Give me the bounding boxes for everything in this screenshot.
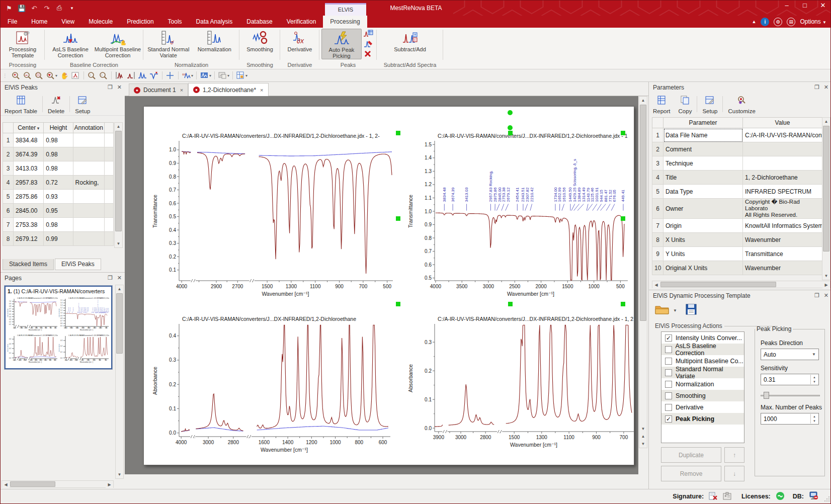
parameter-row[interactable]: 10Original X UnitsWavenumber bbox=[652, 261, 822, 275]
spectrum-chart[interactable]: C:/A-IR-UV-VIS-RAMAN/converters/J...DX-I… bbox=[405, 312, 638, 457]
undo-icon[interactable]: ↶ bbox=[30, 4, 39, 13]
report-table-button[interactable]: Report Table bbox=[1, 93, 41, 115]
document-page[interactable]: C:/A-IR-UV-VIS-RAMAN/converters/J...DX-I… bbox=[143, 106, 634, 465]
spectrum-chart[interactable]: C:/A-IR-UV-VIS-RAMAN/converters/J...DX-I… bbox=[59, 296, 109, 332]
action-item-normalization[interactable]: Normalization bbox=[661, 378, 744, 390]
checkbox-unchecked-icon[interactable] bbox=[665, 346, 672, 353]
menu-view[interactable]: View bbox=[54, 16, 81, 28]
spectrum-chart[interactable]: C:/A-IR-UV-VIS-RAMAN/converters/J...DX-I… bbox=[149, 312, 395, 462]
selection-handle[interactable] bbox=[396, 302, 400, 306]
pan-hand-icon[interactable]: ✋+ bbox=[59, 70, 69, 80]
ribbon-button-processing-template[interactable]: ⚙⚙Processing Template bbox=[3, 29, 43, 58]
peaks-delete-icon[interactable] bbox=[363, 49, 374, 59]
parameters-table[interactable]: ParameterValue1Data File NameC:/A-IR-UV-… bbox=[652, 117, 822, 275]
setup-button[interactable]: Setup bbox=[698, 93, 721, 115]
close-panel-icon[interactable]: ✕ bbox=[824, 292, 828, 299]
overlay-menu-icon[interactable] bbox=[217, 70, 228, 80]
ribbon-button-derivative[interactable]: ∂xDerivative bbox=[282, 29, 317, 52]
ribbon-button-multipoint-baseline-correction[interactable]: ✋Multipoint Baseline Correction bbox=[94, 29, 141, 58]
menu-molecule[interactable]: Molecule bbox=[81, 16, 120, 28]
menu-tools[interactable]: Tools bbox=[161, 16, 189, 28]
peaks-table-row[interactable]: 42957.830.72Rocking, bbox=[3, 176, 114, 190]
menu-verification[interactable]: Verification bbox=[280, 16, 323, 28]
selection-handle[interactable] bbox=[621, 216, 625, 221]
document-tab-2[interactable]: ●1,2-Dichloroethane*× bbox=[188, 83, 269, 96]
db-status-icon[interactable] bbox=[809, 491, 818, 501]
remove-button[interactable]: Remove bbox=[661, 466, 721, 481]
max-peaks-input[interactable]: 1000 ▲▼ bbox=[761, 413, 819, 425]
column-header-height[interactable]: Height bbox=[44, 123, 73, 133]
report-button[interactable]: Report bbox=[649, 93, 675, 115]
spectrum-chart[interactable]: C:/A-IR-UV-VIS-RAMAN/converters/J...DX-I… bbox=[8, 296, 58, 332]
elvis-contextual-tab[interactable]: ELVIS bbox=[325, 3, 366, 16]
action-item-smoothing[interactable]: Smoothing bbox=[661, 390, 744, 401]
rotation-handle[interactable] bbox=[508, 110, 513, 115]
close-panel-icon[interactable]: ✕ bbox=[824, 84, 828, 91]
selection-handle[interactable] bbox=[508, 302, 513, 306]
resize-grip[interactable] bbox=[824, 496, 830, 502]
grid-menu-icon[interactable] bbox=[235, 70, 246, 80]
canvas-scrollbar-vertical[interactable]: ▲ ▼ ▲ ▼ bbox=[639, 96, 647, 448]
scroll-down-icon[interactable]: ▼ bbox=[115, 240, 122, 247]
parameter-row[interactable]: 6OwnerCopyright � Bio-Rad LaboratoAll Ri… bbox=[652, 199, 822, 219]
checkbox-unchecked-icon[interactable] bbox=[665, 404, 672, 411]
parameter-row[interactable]: 3Technique bbox=[652, 156, 822, 171]
spin-down-icon[interactable]: ▼ bbox=[811, 380, 818, 385]
setup-button[interactable]: Setup bbox=[71, 93, 94, 115]
close-tab-icon[interactable]: × bbox=[260, 87, 263, 93]
crosshair-icon[interactable] bbox=[165, 70, 176, 80]
previous-page-icon[interactable]: ▲ bbox=[639, 433, 647, 440]
selection-handle[interactable] bbox=[396, 216, 400, 221]
action-item-asls-baseline-correction[interactable]: AsLS Baseline Correction bbox=[661, 344, 744, 355]
manual-book-icon[interactable]: ▤ bbox=[787, 18, 795, 26]
spectrum-chart[interactable]: C:/A-IR-UV-VIS-RAMAN/converters/J...DX-I… bbox=[59, 333, 109, 364]
close-tab-icon[interactable]: × bbox=[180, 87, 183, 93]
zoom-point-icon[interactable]: ▾ bbox=[45, 70, 56, 80]
parameter-row[interactable]: 5Data TypeINFRARED SPECTRUM bbox=[652, 185, 822, 199]
scroll-down-icon[interactable]: ▼ bbox=[116, 471, 123, 478]
column-header-annotation[interactable]: Annotation bbox=[73, 123, 104, 133]
zoom-region-icon[interactable]: ∷ bbox=[34, 70, 44, 80]
peaks-table-scrollbar[interactable]: ▲ ▼ bbox=[114, 122, 123, 248]
peaks-table-row[interactable]: 52875.860.93 bbox=[3, 190, 114, 204]
redo-icon[interactable]: ↷ bbox=[42, 4, 51, 13]
peaks-table-row[interactable]: 23674.390.98 bbox=[3, 147, 114, 161]
move-up-button[interactable]: ↑ bbox=[724, 447, 744, 463]
close-panel-icon[interactable]: ✕ bbox=[117, 275, 122, 281]
save-icon[interactable]: 💾 bbox=[17, 4, 26, 13]
action-item-standard-normal-variate[interactable]: Standard Normal Variate bbox=[661, 367, 744, 378]
peak-up-icon[interactable] bbox=[137, 70, 148, 80]
selection-handle[interactable] bbox=[396, 131, 400, 135]
scroll-right-icon[interactable]: ▶ bbox=[106, 481, 113, 488]
customize-button[interactable]: ✸Customize bbox=[724, 93, 759, 115]
spin-down-icon[interactable]: ▼ bbox=[811, 419, 818, 424]
menu-file[interactable]: File bbox=[1, 16, 24, 28]
bottom-tab-stacked-items[interactable]: Stacked Items bbox=[3, 259, 54, 270]
column-header-parameter[interactable]: Parameter bbox=[663, 118, 743, 128]
peaks-table-row[interactable]: 72753.380.98 bbox=[3, 218, 114, 232]
peaks-table-row[interactable]: 33413.030.98 bbox=[3, 161, 114, 176]
collapse-ribbon-icon[interactable]: ▲ bbox=[752, 19, 756, 24]
options-menu[interactable]: Options ▼ bbox=[800, 18, 826, 25]
zoom-out-icon[interactable]: – bbox=[22, 70, 33, 80]
parameters-scrollbar-vertical[interactable]: ▲ ▼ bbox=[822, 117, 830, 280]
scroll-left-icon[interactable]: ◀ bbox=[652, 281, 660, 289]
delete-button[interactable]: ✖Delete bbox=[44, 93, 68, 115]
peaks-table-row[interactable]: 62845.000.95 bbox=[3, 204, 114, 218]
open-template-folder-icon[interactable] bbox=[655, 304, 669, 317]
bookmark-icon[interactable]: ⚑ bbox=[5, 4, 14, 13]
mag-left-icon[interactable]: ‹ bbox=[87, 70, 97, 80]
scroll-left-icon[interactable]: ◀ bbox=[2, 481, 10, 488]
signature-id-icon[interactable] bbox=[723, 492, 731, 501]
signature-invalid-icon[interactable] bbox=[709, 492, 718, 501]
spin-up-icon[interactable]: ▲ bbox=[811, 375, 818, 380]
checkbox-checked-icon[interactable]: ✓ bbox=[665, 334, 672, 342]
fit-partial-icon[interactable] bbox=[126, 70, 136, 80]
preview-icon[interactable] bbox=[70, 70, 81, 80]
mag-right-icon[interactable]: › bbox=[98, 70, 109, 80]
checkbox-unchecked-icon[interactable] bbox=[665, 392, 672, 399]
scroll-up-icon[interactable]: ▲ bbox=[639, 97, 647, 104]
spectrum-chart[interactable]: C:/A-IR-UV-VIS-RAMAN/converters/J...DX-I… bbox=[149, 127, 398, 307]
duplicate-button[interactable]: Duplicate bbox=[661, 447, 721, 463]
checkbox-unchecked-icon[interactable] bbox=[665, 358, 672, 365]
